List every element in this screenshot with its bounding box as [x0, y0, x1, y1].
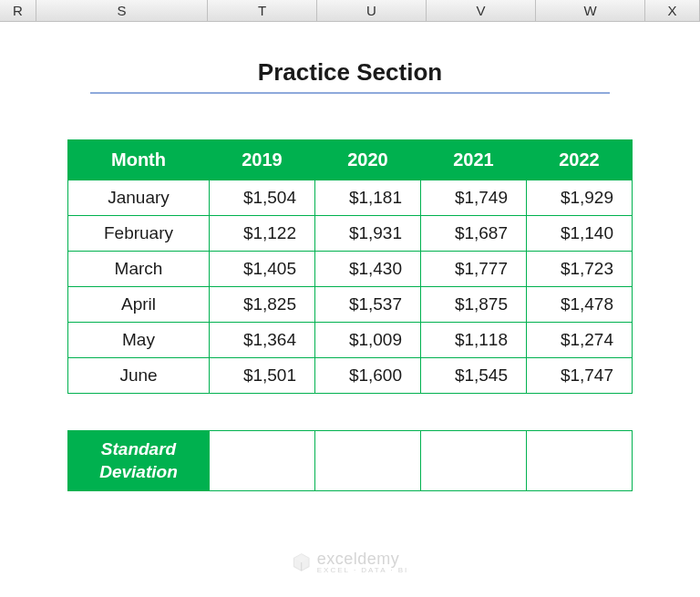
stddev-cell[interactable] [315, 431, 421, 491]
value-cell[interactable]: $1,931 [315, 216, 421, 252]
column-header[interactable]: S [36, 0, 208, 21]
header-2022[interactable]: 2022 [527, 140, 633, 180]
column-header[interactable]: V [427, 0, 536, 21]
header-month[interactable]: Month [68, 140, 210, 180]
stddev-table: Standard Deviation [67, 430, 633, 491]
value-cell[interactable]: $1,749 [421, 180, 527, 216]
month-cell[interactable]: February [68, 216, 210, 252]
stddev-cell[interactable] [421, 431, 527, 491]
table-row: May $1,364 $1,009 $1,118 $1,274 [68, 323, 633, 358]
header-2021[interactable]: 2021 [421, 140, 527, 180]
table-header-row: Month 2019 2020 2021 2022 [68, 140, 633, 180]
value-cell[interactable]: $1,405 [210, 252, 315, 287]
table-row: March $1,405 $1,430 $1,777 $1,723 [68, 252, 633, 287]
watermark-tagline: EXCEL · DATA · BI [317, 566, 409, 574]
table-row: June $1,501 $1,600 $1,545 $1,747 [68, 358, 633, 394]
month-cell[interactable]: May [68, 323, 210, 358]
page-title: Practice Section [64, 58, 636, 92]
value-cell[interactable]: $1,545 [421, 358, 527, 394]
cube-icon [292, 552, 312, 572]
column-header[interactable]: U [317, 0, 427, 21]
watermark: exceldemy EXCEL · DATA · BI [292, 550, 409, 574]
table-row: April $1,825 $1,537 $1,875 $1,478 [68, 287, 633, 323]
column-header[interactable]: W [536, 0, 645, 21]
value-cell[interactable]: $1,430 [315, 252, 421, 287]
stddev-cell[interactable] [527, 431, 633, 491]
month-cell[interactable]: June [68, 358, 210, 394]
value-cell[interactable]: $1,274 [527, 323, 633, 358]
stddev-cell[interactable] [210, 431, 315, 491]
title-underline [90, 92, 610, 94]
value-cell[interactable]: $1,723 [527, 252, 633, 287]
value-cell[interactable]: $1,140 [527, 216, 633, 252]
month-cell[interactable]: March [68, 252, 210, 287]
header-2019[interactable]: 2019 [210, 140, 315, 180]
value-cell[interactable]: $1,929 [527, 180, 633, 216]
value-cell[interactable]: $1,478 [527, 287, 633, 323]
value-cell[interactable]: $1,009 [315, 323, 421, 358]
value-cell[interactable]: $1,181 [315, 180, 421, 216]
stddev-label[interactable]: Standard Deviation [68, 431, 210, 491]
value-cell[interactable]: $1,504 [210, 180, 315, 216]
value-cell[interactable]: $1,875 [421, 287, 527, 323]
value-cell[interactable]: $1,600 [315, 358, 421, 394]
title-section: Practice Section [64, 58, 636, 94]
column-header[interactable]: X [645, 0, 700, 21]
data-table: Month 2019 2020 2021 2022 January $1,504… [67, 139, 633, 394]
month-cell[interactable]: January [68, 180, 210, 216]
column-header[interactable]: R [0, 0, 36, 21]
table-row: January $1,504 $1,181 $1,749 $1,929 [68, 180, 633, 216]
column-headers-row: R S T U V W X [0, 0, 700, 22]
month-cell[interactable]: April [68, 287, 210, 323]
value-cell[interactable]: $1,687 [421, 216, 527, 252]
value-cell[interactable]: $1,122 [210, 216, 315, 252]
value-cell[interactable]: $1,777 [421, 252, 527, 287]
value-cell[interactable]: $1,364 [210, 323, 315, 358]
value-cell[interactable]: $1,118 [421, 323, 527, 358]
column-header[interactable]: T [208, 0, 317, 21]
table-row: February $1,122 $1,931 $1,687 $1,140 [68, 216, 633, 252]
value-cell[interactable]: $1,747 [527, 358, 633, 394]
header-2020[interactable]: 2020 [315, 140, 421, 180]
value-cell[interactable]: $1,825 [210, 287, 315, 323]
stddev-row: Standard Deviation [68, 431, 633, 491]
value-cell[interactable]: $1,537 [315, 287, 421, 323]
value-cell[interactable]: $1,501 [210, 358, 315, 394]
